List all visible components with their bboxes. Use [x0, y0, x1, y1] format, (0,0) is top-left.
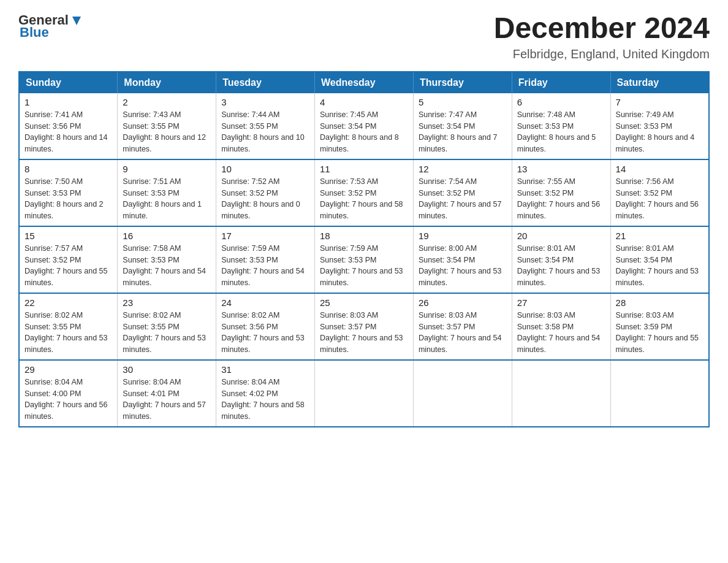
day-number: 10	[221, 164, 309, 174]
calendar-header-row: Sunday Monday Tuesday Wednesday Thursday…	[19, 72, 709, 93]
table-row: 1 Sunrise: 7:41 AMSunset: 3:56 PMDayligh…	[19, 93, 118, 159]
table-row: 11 Sunrise: 7:53 AMSunset: 3:52 PMDaylig…	[315, 159, 414, 226]
table-row: 8 Sunrise: 7:50 AMSunset: 3:53 PMDayligh…	[19, 159, 118, 226]
calendar-week-row: 29 Sunrise: 8:04 AMSunset: 4:00 PMDaylig…	[19, 360, 709, 427]
table-row: 5 Sunrise: 7:47 AMSunset: 3:54 PMDayligh…	[413, 93, 512, 159]
day-number: 13	[517, 164, 605, 174]
day-number: 24	[221, 297, 309, 308]
day-info: Sunrise: 7:57 AMSunset: 3:52 PMDaylight:…	[25, 244, 108, 287]
svg-marker-0	[72, 17, 81, 25]
table-row: 17 Sunrise: 7:59 AMSunset: 3:53 PMDaylig…	[216, 226, 315, 293]
calendar-week-row: 22 Sunrise: 8:02 AMSunset: 3:55 PMDaylig…	[19, 293, 709, 360]
day-number: 23	[123, 297, 211, 308]
day-number: 21	[616, 231, 703, 241]
logo-blue-text: Blue	[20, 25, 49, 40]
day-number: 1	[25, 97, 112, 107]
day-info: Sunrise: 8:03 AMSunset: 3:59 PMDaylight:…	[616, 311, 699, 354]
day-number: 27	[517, 297, 605, 308]
table-row	[610, 360, 709, 427]
calendar-week-row: 8 Sunrise: 7:50 AMSunset: 3:53 PMDayligh…	[19, 159, 709, 226]
day-info: Sunrise: 8:02 AMSunset: 3:56 PMDaylight:…	[221, 311, 305, 354]
calendar-week-row: 1 Sunrise: 7:41 AMSunset: 3:56 PMDayligh…	[19, 93, 709, 159]
day-number: 15	[25, 231, 112, 241]
table-row: 30 Sunrise: 8:04 AMSunset: 4:01 PMDaylig…	[118, 360, 216, 427]
title-section: December 2024 Felbridge, England, United…	[494, 12, 710, 61]
table-row: 4 Sunrise: 7:45 AMSunset: 3:54 PMDayligh…	[315, 93, 414, 159]
day-info: Sunrise: 7:55 AMSunset: 3:52 PMDaylight:…	[517, 177, 601, 220]
day-number: 16	[123, 231, 211, 241]
day-number: 25	[320, 297, 408, 308]
day-number: 17	[221, 231, 309, 241]
table-row: 2 Sunrise: 7:43 AMSunset: 3:55 PMDayligh…	[118, 93, 216, 159]
table-row: 7 Sunrise: 7:49 AMSunset: 3:53 PMDayligh…	[610, 93, 709, 159]
day-number: 7	[616, 97, 703, 107]
day-number: 22	[25, 297, 112, 308]
day-number: 14	[616, 164, 703, 174]
table-row: 10 Sunrise: 7:52 AMSunset: 3:52 PMDaylig…	[216, 159, 315, 226]
table-row: 16 Sunrise: 7:58 AMSunset: 3:53 PMDaylig…	[118, 226, 216, 293]
day-number: 9	[123, 164, 211, 174]
table-row: 27 Sunrise: 8:03 AMSunset: 3:58 PMDaylig…	[512, 293, 610, 360]
day-info: Sunrise: 7:51 AMSunset: 3:53 PMDaylight:…	[123, 177, 202, 220]
day-number: 19	[419, 231, 507, 241]
header-tuesday: Tuesday	[216, 72, 315, 93]
header-saturday: Saturday	[610, 72, 709, 93]
day-number: 4	[320, 97, 408, 107]
table-row: 15 Sunrise: 7:57 AMSunset: 3:52 PMDaylig…	[19, 226, 118, 293]
page-header: General Blue December 2024 Felbridge, En…	[18, 12, 710, 61]
header-monday: Monday	[118, 72, 216, 93]
day-info: Sunrise: 7:58 AMSunset: 3:53 PMDaylight:…	[123, 244, 206, 287]
day-info: Sunrise: 7:54 AMSunset: 3:52 PMDaylight:…	[419, 177, 502, 220]
calendar-week-row: 15 Sunrise: 7:57 AMSunset: 3:52 PMDaylig…	[19, 226, 709, 293]
day-info: Sunrise: 7:43 AMSunset: 3:55 PMDaylight:…	[123, 110, 206, 153]
table-row	[315, 360, 414, 427]
day-info: Sunrise: 7:52 AMSunset: 3:52 PMDaylight:…	[221, 177, 300, 220]
table-row: 25 Sunrise: 8:03 AMSunset: 3:57 PMDaylig…	[315, 293, 414, 360]
day-info: Sunrise: 7:45 AMSunset: 3:54 PMDaylight:…	[320, 110, 399, 153]
table-row: 20 Sunrise: 8:01 AMSunset: 3:54 PMDaylig…	[512, 226, 610, 293]
table-row: 31 Sunrise: 8:04 AMSunset: 4:02 PMDaylig…	[216, 360, 315, 427]
header-sunday: Sunday	[19, 72, 118, 93]
day-info: Sunrise: 7:44 AMSunset: 3:55 PMDaylight:…	[221, 110, 305, 153]
day-info: Sunrise: 7:41 AMSunset: 3:56 PMDaylight:…	[25, 110, 108, 153]
day-number: 5	[419, 97, 507, 107]
table-row	[512, 360, 610, 427]
day-info: Sunrise: 8:02 AMSunset: 3:55 PMDaylight:…	[123, 311, 206, 354]
day-info: Sunrise: 8:03 AMSunset: 3:57 PMDaylight:…	[320, 311, 403, 354]
table-row: 12 Sunrise: 7:54 AMSunset: 3:52 PMDaylig…	[413, 159, 512, 226]
day-number: 20	[517, 231, 605, 241]
table-row: 28 Sunrise: 8:03 AMSunset: 3:59 PMDaylig…	[610, 293, 709, 360]
day-info: Sunrise: 8:02 AMSunset: 3:55 PMDaylight:…	[25, 311, 108, 354]
day-number: 18	[320, 231, 408, 241]
day-number: 6	[517, 97, 605, 107]
day-info: Sunrise: 8:04 AMSunset: 4:02 PMDaylight:…	[221, 378, 305, 421]
day-info: Sunrise: 8:04 AMSunset: 4:00 PMDaylight:…	[25, 378, 108, 421]
day-info: Sunrise: 8:03 AMSunset: 3:57 PMDaylight:…	[419, 311, 502, 354]
table-row: 26 Sunrise: 8:03 AMSunset: 3:57 PMDaylig…	[413, 293, 512, 360]
header-friday: Friday	[512, 72, 610, 93]
location-text: Felbridge, England, United Kingdom	[494, 47, 710, 61]
day-info: Sunrise: 7:47 AMSunset: 3:54 PMDaylight:…	[419, 110, 498, 153]
day-number: 28	[616, 297, 703, 308]
table-row: 14 Sunrise: 7:56 AMSunset: 3:52 PMDaylig…	[610, 159, 709, 226]
table-row: 18 Sunrise: 7:59 AMSunset: 3:53 PMDaylig…	[315, 226, 414, 293]
day-number: 12	[419, 164, 507, 174]
day-number: 11	[320, 164, 408, 174]
table-row: 23 Sunrise: 8:02 AMSunset: 3:55 PMDaylig…	[118, 293, 216, 360]
day-number: 8	[25, 164, 112, 174]
table-row: 13 Sunrise: 7:55 AMSunset: 3:52 PMDaylig…	[512, 159, 610, 226]
table-row: 22 Sunrise: 8:02 AMSunset: 3:55 PMDaylig…	[19, 293, 118, 360]
day-info: Sunrise: 8:01 AMSunset: 3:54 PMDaylight:…	[517, 244, 601, 287]
table-row: 19 Sunrise: 8:00 AMSunset: 3:54 PMDaylig…	[413, 226, 512, 293]
table-row: 21 Sunrise: 8:01 AMSunset: 3:54 PMDaylig…	[610, 226, 709, 293]
table-row: 9 Sunrise: 7:51 AMSunset: 3:53 PMDayligh…	[118, 159, 216, 226]
calendar-table: Sunday Monday Tuesday Wednesday Thursday…	[18, 71, 710, 427]
day-info: Sunrise: 7:59 AMSunset: 3:53 PMDaylight:…	[221, 244, 305, 287]
day-info: Sunrise: 7:50 AMSunset: 3:53 PMDaylight:…	[25, 177, 104, 220]
day-info: Sunrise: 7:49 AMSunset: 3:53 PMDaylight:…	[616, 110, 695, 153]
header-thursday: Thursday	[413, 72, 512, 93]
table-row	[413, 360, 512, 427]
day-info: Sunrise: 8:00 AMSunset: 3:54 PMDaylight:…	[419, 244, 502, 287]
table-row: 29 Sunrise: 8:04 AMSunset: 4:00 PMDaylig…	[19, 360, 118, 427]
day-number: 2	[123, 97, 211, 107]
